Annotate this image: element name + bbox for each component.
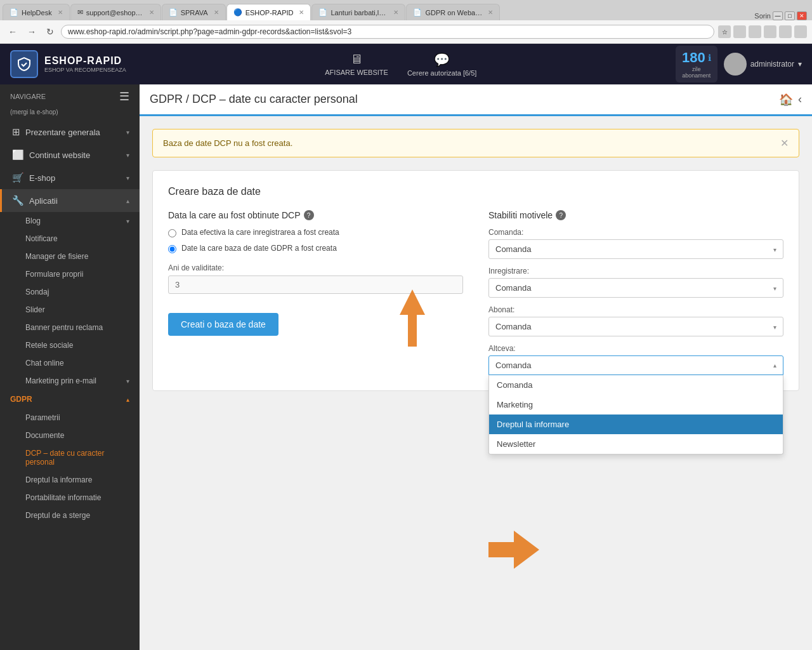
inregistrare-select[interactable]: Comanda ▾: [488, 278, 783, 298]
header-actions: 🏠 ‹: [779, 93, 802, 107]
tab-helpdesk[interactable]: 📄 HelpDesk ✕: [3, 4, 70, 20]
extension-btn-2[interactable]: [749, 25, 761, 38]
dropdown-item-dreptul[interactable]: Dreptul la informare: [489, 415, 783, 434]
user-name: administrator: [750, 60, 794, 69]
url-input[interactable]: [61, 25, 714, 39]
sub-item-label: Sondaj: [25, 288, 49, 296]
tab-close[interactable]: ✕: [214, 9, 219, 16]
sidebar-item-eshop[interactable]: 🛒 E-shop ▾: [0, 166, 140, 189]
tab-close[interactable]: ✕: [149, 9, 154, 16]
main-content: GDPR / DCP – date cu caracter personal 🏠…: [140, 84, 812, 650]
close-button[interactable]: ✕: [797, 11, 807, 20]
sidebar-item-aplicatii[interactable]: 🔧 Aplicatii ▴: [0, 189, 140, 212]
tab-gdpr[interactable]: 📄 GDPR on Webareal la... ✕: [406, 4, 500, 20]
sub-item-label: Slider: [25, 305, 45, 314]
dropdown-item-newsletter[interactable]: Newsletter: [489, 434, 783, 454]
reload-button[interactable]: ↻: [43, 25, 57, 38]
sidebar-label: Continut website: [29, 150, 90, 160]
sidebar-sub-chat[interactable]: Chat online: [0, 354, 140, 372]
form-col-right: Stabiliti motivele ? Comanda: Comanda ▾: [488, 210, 783, 375]
bookmark-button[interactable]: ☆: [718, 25, 731, 38]
sidebar-sub-dreptul-informare[interactable]: Dreptul la informare: [0, 471, 140, 489]
sidebar-sub-manager[interactable]: Manager de fisiere: [0, 248, 140, 265]
form-card: Creare baza de date Data la care au fost…: [152, 170, 799, 391]
chevron-down-icon: ▾: [773, 323, 776, 330]
sidebar-sub-documente[interactable]: Documente: [0, 427, 140, 444]
extension-btn-1[interactable]: [733, 25, 746, 38]
sidebar-item-continut[interactable]: ⬜ Continut website ▾: [0, 143, 140, 166]
dropdown-item-label: Comanda: [497, 380, 532, 390]
create-db-button[interactable]: Creati o baza de date: [168, 313, 278, 336]
header-right: 180 ℹ zileabonament administrator ▾: [676, 46, 802, 83]
radio-input-2[interactable]: [168, 245, 176, 253]
help-icon[interactable]: ?: [304, 210, 314, 220]
inregistrare-field: Inregistrare: Comanda ▾: [488, 267, 783, 298]
extension-btn-5[interactable]: [794, 25, 807, 38]
tab-icon: 📄: [169, 8, 178, 17]
back-nav-button[interactable]: ←: [5, 25, 20, 38]
sidebar-sub-blog[interactable]: Blog ▾: [0, 212, 140, 230]
altceva-label: Altceva:: [488, 344, 783, 353]
forward-nav-button[interactable]: →: [24, 25, 39, 38]
comanda-select[interactable]: Comanda ▾: [488, 239, 783, 259]
sidebar-item-prezentare[interactable]: ⊞ Prezentare generala ▾: [0, 121, 140, 143]
tab-close[interactable]: ✕: [58, 9, 63, 16]
abonat-select[interactable]: Comanda ▾: [488, 317, 783, 336]
chevron-down-icon: ▾: [126, 152, 129, 159]
tools-icon: 🔧: [12, 195, 24, 206]
dropdown-item-marketing[interactable]: Marketing: [489, 395, 783, 415]
tab-label: support@eshop-rapic...: [86, 9, 143, 17]
radio-input-1[interactable]: [168, 229, 176, 237]
sidebar-sub-formulare[interactable]: Formulare proprii: [0, 265, 140, 283]
minimize-button[interactable]: —: [773, 11, 783, 20]
extension-btn-3[interactable]: [764, 25, 776, 38]
sub-item-label: Retele sociale: [25, 341, 73, 350]
tab-close[interactable]: ✕: [488, 9, 493, 16]
sidebar: Navigare ☰ (mergi la e-shop) ⊞ Prezentar…: [0, 84, 140, 650]
radio-item-1[interactable]: Data efectiva la care inregistrarea a fo…: [168, 228, 463, 237]
comanda-label: Comanda:: [488, 228, 783, 237]
subscription-box: 180 ℹ zileabonament: [676, 46, 717, 83]
sidebar-sub-dcp[interactable]: DCP – date cu caracter personal: [0, 444, 140, 471]
altceva-select[interactable]: Comanda ▴: [488, 355, 783, 375]
back-icon[interactable]: ‹: [798, 93, 802, 107]
content-area: Baza de date DCP nu a fost creata. ✕ Cre…: [140, 116, 812, 650]
sidebar-sub-banner[interactable]: Banner pentru reclama: [0, 319, 140, 336]
user-area[interactable]: administrator ▾: [724, 53, 802, 76]
tab-label: HelpDesk: [22, 9, 52, 17]
radio-group: Data efectiva la care inregistrarea a fo…: [168, 228, 463, 253]
sidebar-sub-slider[interactable]: Slider: [0, 301, 140, 319]
help-icon-right[interactable]: ?: [556, 210, 566, 220]
cerere-button[interactable]: 💬 Cerere autorizata [6/5]: [407, 52, 476, 77]
tab-eshop-rapid[interactable]: 🔵 ESHOP-RAPID ✕: [226, 4, 311, 20]
maximize-button[interactable]: □: [785, 11, 795, 20]
sub-item-label: Dreptul la informare: [25, 475, 92, 484]
tab-lanturi[interactable]: 📄 Lanturi barbati,lant in... ✕: [311, 4, 405, 20]
home-icon[interactable]: 🏠: [779, 93, 793, 107]
ani-input[interactable]: [168, 275, 463, 294]
tab-close[interactable]: ✕: [393, 9, 398, 16]
radio-item-2[interactable]: Date la care baza de date GDPR a fost cr…: [168, 244, 463, 253]
hamburger-icon[interactable]: ☰: [119, 90, 129, 103]
dropdown-item-comanda[interactable]: Comanda: [489, 375, 783, 395]
go-shop-link[interactable]: (mergi la e-shop): [0, 109, 140, 121]
chevron-down-icon: ▾: [126, 218, 129, 225]
sidebar-sub-dreptul-stergere[interactable]: Dreptul de a sterge: [0, 507, 140, 524]
alert-close-button[interactable]: ✕: [780, 137, 789, 149]
browser-chrome: 📄 HelpDesk ✕ ✉ support@eshop-rapic... ✕ …: [0, 0, 812, 44]
sidebar-sub-portabilitate[interactable]: Portabilitate informatie: [0, 489, 140, 507]
tab-close[interactable]: ✕: [299, 9, 304, 16]
sidebar-sub-notificare[interactable]: Notificare: [0, 230, 140, 248]
tab-sprava[interactable]: 📄 SPRAVA ✕: [162, 4, 226, 20]
extension-btn-4[interactable]: [779, 25, 792, 38]
tab-support[interactable]: ✉ support@eshop-rapic... ✕: [70, 4, 161, 20]
sidebar-sub-parametrii[interactable]: Parametrii: [0, 409, 140, 427]
abonat-value: Comanda: [495, 322, 531, 331]
sidebar-sub-retele[interactable]: Retele sociale: [0, 336, 140, 354]
tab-icon: 📄: [318, 8, 327, 17]
chevron-up-icon: ▴: [773, 362, 776, 369]
sidebar-sub-marketing[interactable]: Marketing prin e-mail ▾: [0, 372, 140, 390]
website-button[interactable]: 🖥 AFISARE WEBSITE: [325, 52, 388, 76]
sidebar-sub-sondaj[interactable]: Sondaj: [0, 283, 140, 301]
radio-label-2: Date la care baza de date GDPR a fost cr…: [181, 244, 337, 253]
